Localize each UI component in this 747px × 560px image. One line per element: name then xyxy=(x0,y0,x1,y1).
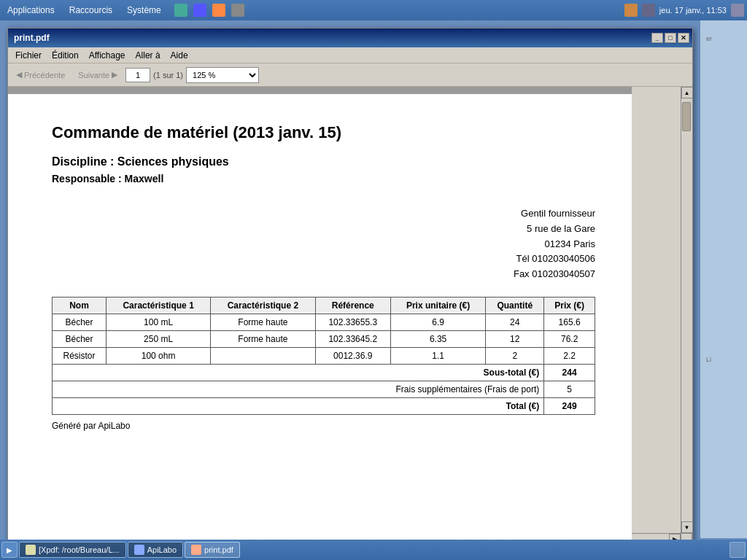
cell-carac2-2: Forme haute xyxy=(211,330,315,347)
scroll-up-arrow[interactable]: ▲ xyxy=(681,87,693,98)
top-taskbar-right: jeu. 17 janv., 11:53 xyxy=(624,4,744,17)
scroll-track-vertical[interactable] xyxy=(681,98,692,521)
close-button[interactable]: ✕ xyxy=(678,33,689,43)
taskbar-icon-4[interactable] xyxy=(231,4,244,17)
cell-prix-unit-1: 6.9 xyxy=(390,314,485,330)
menu-fichier[interactable]: Fichier xyxy=(11,49,46,62)
cell-qte-2: 12 xyxy=(486,330,544,347)
col-prix: Prix (€) xyxy=(544,297,595,314)
table-header-row: Nom Caractéristique 1 Caractéristique 2 … xyxy=(53,297,595,314)
pdf-window: print.pdf _ □ ✕ Fichier Édition Affichag… xyxy=(7,28,693,545)
window-titlebar: print.pdf _ □ ✕ xyxy=(8,28,692,47)
scroll-down-arrow[interactable]: ▼ xyxy=(681,521,693,533)
table-row: Bécher 100 mL Forme haute 102.33655.3 6.… xyxy=(53,314,595,330)
minimize-button[interactable]: _ xyxy=(651,33,663,43)
cell-prix-3: 2.2 xyxy=(544,347,595,364)
taskbar-datetime: jeu. 17 janv., 11:53 xyxy=(659,6,727,15)
menu-raccourcis[interactable]: Raccourcis xyxy=(65,4,117,17)
menu-applications[interactable]: Applications xyxy=(3,4,59,17)
menu-aide[interactable]: Aide xyxy=(166,49,193,62)
taskbar-task-printpdf-icon xyxy=(191,545,201,555)
taskbar-task-xpdf[interactable]: [Xpdf: /root/Bureau/L... xyxy=(19,542,126,558)
menu-edition[interactable]: Édition xyxy=(47,49,83,62)
supplier-tel: Tél 010203040506 xyxy=(52,252,595,267)
pdf-responsible: Responsable : Maxwell xyxy=(52,173,595,184)
supplier-fax: Fax 010203040507 xyxy=(52,267,595,282)
pdf-title: Commande de matériel (2013 janv. 15) xyxy=(52,123,595,142)
taskbar-task-printpdf-label: print.pdf xyxy=(204,545,233,554)
taskbar-bottom: ▶ [Xpdf: /root/Bureau/L... ApiLabo print… xyxy=(0,540,747,560)
total-label: Total (€) xyxy=(53,397,544,414)
supplier-address1: 5 rue de la Gare xyxy=(52,222,595,237)
total-row: Total (€) 249 xyxy=(53,397,595,414)
subtotal-row: Sous-total (€) 244 xyxy=(53,364,595,381)
side-er-text: er xyxy=(706,35,712,42)
taskbar-start-button[interactable]: ▶ xyxy=(1,542,18,558)
supplier-block: Gentil fournisseur 5 rue de la Gare 0123… xyxy=(52,206,595,282)
col-carac2: Caractéristique 2 xyxy=(211,297,315,314)
order-table: Nom Caractéristique 1 Caractéristique 2 … xyxy=(52,297,595,415)
taskbar-network-icon xyxy=(642,4,655,17)
col-qte: Quantité xyxy=(486,297,544,314)
top-taskbar: Applications Raccourcis Système jeu. 17 … xyxy=(0,0,747,20)
next-label: Suivante xyxy=(78,71,109,79)
scroll-thumb-vertical[interactable] xyxy=(682,102,691,131)
pdf-discipline: Discipline : Sciences physiques xyxy=(52,155,595,168)
scrollbar-vertical[interactable]: ▲ ▼ xyxy=(681,87,692,533)
taskbar-icon-1[interactable] xyxy=(174,4,187,17)
col-ref: Référence xyxy=(315,297,390,314)
col-prix-unit: Prix unitaire (€) xyxy=(390,297,485,314)
taskbar-tray-icon xyxy=(624,4,638,17)
cell-carac1-2: 250 mL xyxy=(106,330,210,347)
prev-button[interactable]: ◀ Précédente xyxy=(11,68,70,82)
taskbar-icon-3[interactable] xyxy=(212,4,225,17)
page-info: (1 sur 1) xyxy=(153,71,183,79)
pdf-bg: Commande de matériel (2013 janv. 15) Dis… xyxy=(8,87,632,560)
menubar: Fichier Édition Affichage Aller à Aide xyxy=(8,47,692,63)
window-title: print.pdf xyxy=(14,33,50,43)
cell-prix-1: 165.6 xyxy=(544,314,595,330)
taskbar-task-apilabo[interactable]: ApiLabo xyxy=(128,542,183,558)
menu-aller-a[interactable]: Aller à xyxy=(131,49,165,62)
menu-systeme[interactable]: Système xyxy=(123,4,166,17)
supplier-address2: 01234 Paris xyxy=(52,237,595,252)
next-button[interactable]: Suivante ▶ xyxy=(73,68,123,82)
taskbar-end-icon[interactable] xyxy=(729,542,746,558)
taskbar-task-xpdf-label: [Xpdf: /root/Bureau/L... xyxy=(39,545,120,554)
taskbar-task-printpdf[interactable]: print.pdf xyxy=(185,542,240,558)
subtotal-value: 244 xyxy=(544,364,595,381)
side-li-text: Li xyxy=(706,356,711,363)
col-carac1: Caractéristique 1 xyxy=(106,297,210,314)
cell-carac2-3 xyxy=(211,347,315,364)
window-controls: _ □ ✕ xyxy=(651,33,689,43)
page-input[interactable] xyxy=(125,68,150,82)
cell-qte-3: 2 xyxy=(486,347,544,364)
shipping-row: Frais supplémentaires (Frais de port) 5 xyxy=(53,381,595,397)
cell-ref-1: 102.33655.3 xyxy=(315,314,390,330)
cell-carac1-1: 100 mL xyxy=(106,314,210,330)
taskbar-task-xpdf-icon xyxy=(26,545,36,555)
cell-carac1-3: 100 ohm xyxy=(106,347,210,364)
table-row: Bécher 250 mL Forme haute 102.33645.2 6.… xyxy=(53,330,595,347)
pdf-scroll-area: ▲ ▼ ◀ ▶ Commande de matériel (2013 janv.… xyxy=(8,87,692,545)
cell-ref-3: 0012.36.9 xyxy=(315,347,390,364)
cell-nom-2: Bécher xyxy=(53,330,107,347)
shipping-label: Frais supplémentaires (Frais de port) xyxy=(53,381,544,397)
zoom-select[interactable]: 125 % 100 % 75 % 150 % xyxy=(186,67,259,83)
taskbar-task-apilabo-icon xyxy=(134,545,144,555)
total-value: 249 xyxy=(544,397,595,414)
taskbar-task-apilabo-label: ApiLabo xyxy=(147,545,177,554)
prev-arrow-icon: ◀ xyxy=(16,70,22,79)
side-panel: er Li xyxy=(700,20,747,538)
maximize-button[interactable]: □ xyxy=(665,33,676,43)
cell-carac2-1: Forme haute xyxy=(211,314,315,330)
cell-nom-1: Bécher xyxy=(53,314,107,330)
pdf-page: Commande de matériel (2013 janv. 15) Dis… xyxy=(8,94,632,560)
prev-label: Précédente xyxy=(24,71,65,79)
menu-affichage[interactable]: Affichage xyxy=(85,49,130,62)
table-row: Résistor 100 ohm 0012.36.9 1.1 2 2.2 xyxy=(53,347,595,364)
generated-by: Généré par ApiLabo xyxy=(52,421,595,431)
col-nom: Nom xyxy=(53,297,107,314)
taskbar-icon-2[interactable] xyxy=(193,4,206,17)
cell-prix-unit-2: 6.35 xyxy=(390,330,485,347)
